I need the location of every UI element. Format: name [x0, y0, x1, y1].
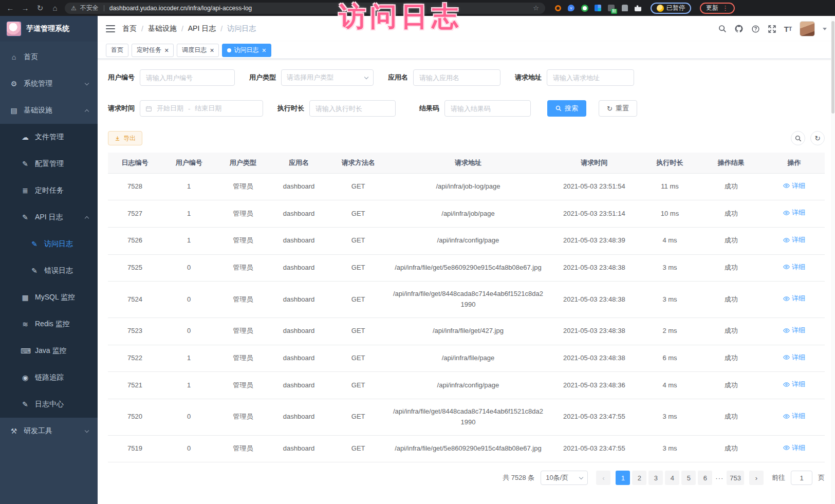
sidebar-item-label: 访问日志: [44, 239, 73, 249]
extension-icon-blue[interactable]: v: [567, 4, 575, 12]
sidebar-item-14[interactable]: ⚒研发工具: [0, 418, 98, 444]
detail-link[interactable]: 详细: [783, 352, 805, 363]
detail-link[interactable]: 详细: [783, 443, 805, 454]
page-number-4[interactable]: 4: [665, 471, 679, 485]
url-text[interactable]: dashboard.yudao.iocoder.cn/infra/log/api…: [109, 5, 530, 12]
end-date-placeholder[interactable]: 结束日期: [195, 104, 221, 113]
detail-link[interactable]: 详细: [783, 411, 805, 422]
cell-result: 成功: [699, 200, 764, 228]
sidebar: 芋道管理系统 ⌂首页⚙系统管理▤基础设施☁文件管理✎配置管理≣定时任务✎API …: [0, 16, 98, 504]
detail-link[interactable]: 详细: [783, 181, 805, 192]
cell-action: 详细: [764, 200, 825, 228]
more-pages-icon[interactable]: ···: [713, 474, 726, 482]
toggle-search-button[interactable]: [791, 131, 805, 145]
profile-paused-badge[interactable]: 已暂停: [651, 3, 691, 14]
page-size-select[interactable]: 10条/页: [541, 471, 588, 485]
app-name-input[interactable]: [413, 69, 500, 86]
export-button[interactable]: 导出: [108, 131, 142, 145]
sidebar-item-12[interactable]: ◉链路追踪: [0, 364, 98, 391]
extensions-puzzle-icon[interactable]: [634, 4, 642, 12]
user-id-input[interactable]: [140, 69, 235, 86]
goto-page-input[interactable]: [791, 471, 812, 485]
translate-extension-icon[interactable]: 翻: [607, 4, 615, 12]
sidebar-item-label: 日志中心: [35, 400, 64, 409]
next-page-button[interactable]: ›: [749, 471, 764, 485]
update-button[interactable]: 更新 ⋮: [700, 3, 735, 14]
help-icon[interactable]: [751, 25, 760, 33]
table-row: 75240管理员dashboardGET/api/infra/file/get/…: [108, 282, 825, 318]
page-number-2[interactable]: 2: [632, 471, 646, 485]
bookmark-star-icon[interactable]: ☆: [533, 4, 539, 12]
detail-link[interactable]: 详细: [783, 235, 805, 246]
reload-icon[interactable]: ↻: [35, 4, 45, 13]
sidebar-item-11[interactable]: ⌨Java 监控: [0, 338, 98, 364]
search-button[interactable]: 搜索: [547, 100, 586, 117]
extension-icon-grey[interactable]: [621, 4, 628, 12]
sidebar-item-6[interactable]: ✎API 日志: [0, 204, 98, 231]
sidebar-item-13[interactable]: ✎日志中心: [0, 391, 98, 418]
sidebar-item-2[interactable]: ▤基础设施: [0, 97, 98, 124]
cell-request-time: 2021-05-03 23:48:38: [547, 282, 641, 318]
page-number-3[interactable]: 3: [648, 471, 663, 485]
sidebar-item-label: Redis 监控: [35, 320, 70, 329]
page-number-6[interactable]: 6: [698, 471, 712, 485]
cell-duration: 3 ms: [641, 254, 698, 282]
tag-tab-1[interactable]: 定时任务×: [132, 44, 174, 57]
sidebar-item-5[interactable]: ≣定时任务: [0, 177, 98, 204]
browser-menu-icon[interactable]: ⋮: [722, 4, 729, 12]
detail-link[interactable]: 详细: [783, 325, 805, 336]
tag-tab-0[interactable]: 首页: [106, 44, 128, 57]
breadcrumb-item[interactable]: 首页: [122, 24, 137, 33]
page-number-753[interactable]: 753: [727, 471, 744, 485]
back-icon[interactable]: ←: [5, 4, 15, 12]
avatar-caret-down-icon[interactable]: [823, 28, 827, 30]
user-type-select[interactable]: 请选择用户类型: [281, 69, 374, 86]
github-icon[interactable]: [734, 24, 744, 33]
fullscreen-icon[interactable]: [768, 25, 776, 33]
duration-input[interactable]: [309, 100, 396, 117]
close-icon[interactable]: ×: [262, 47, 266, 54]
detail-link[interactable]: 详细: [783, 293, 805, 304]
sidebar-item-0[interactable]: ⌂首页: [0, 44, 98, 70]
address-bar[interactable]: ⚠ 不安全 dashboard.yudao.iocoder.cn/infra/l…: [65, 3, 545, 14]
scrollbar[interactable]: [831, 16, 835, 504]
detail-link[interactable]: 详细: [783, 379, 805, 390]
sidebar-item-7[interactable]: ✎访问日志: [0, 231, 98, 257]
detail-link[interactable]: 详细: [783, 262, 805, 273]
request-url-input[interactable]: [547, 69, 634, 86]
column-header: 用户类型: [216, 153, 270, 173]
result-code-input[interactable]: [444, 100, 531, 117]
reset-button[interactable]: ↻ 重置: [599, 100, 637, 117]
sidebar-item-4[interactable]: ✎配置管理: [0, 151, 98, 177]
scrollbar-thumb[interactable]: [831, 21, 834, 114]
extension-icon-green[interactable]: [581, 4, 588, 12]
tag-tab-3[interactable]: 访问日志×: [222, 44, 271, 57]
request-time-range-picker[interactable]: 开始日期 - 结束日期: [140, 100, 263, 117]
sidebar-item-9[interactable]: ▦MySQL 监控: [0, 284, 98, 311]
tag-tab-2[interactable]: 调度日志×: [177, 44, 219, 57]
page-number-1[interactable]: 1: [616, 471, 630, 485]
sidebar-item-1[interactable]: ⚙系统管理: [0, 70, 98, 97]
close-icon[interactable]: ×: [164, 47, 169, 54]
detail-link[interactable]: 详细: [783, 208, 805, 218]
refresh-table-button[interactable]: ↻: [810, 131, 825, 145]
cell-user-type: 管理员: [216, 345, 270, 372]
sidebar-item-8[interactable]: ✎错误日志: [0, 257, 98, 284]
start-date-placeholder[interactable]: 开始日期: [157, 104, 183, 113]
prev-page-button[interactable]: ‹: [596, 471, 610, 485]
cell-duration: 3 ms: [641, 399, 698, 435]
font-size-icon[interactable]: TT: [784, 25, 792, 33]
user-avatar[interactable]: [800, 21, 815, 36]
sidebar-item-3[interactable]: ☁文件管理: [0, 124, 98, 151]
close-icon[interactable]: ×: [210, 47, 214, 54]
sidebar-item-10[interactable]: ≋Redis 监控: [0, 311, 98, 338]
browser-home-icon[interactable]: ⌂: [50, 4, 60, 12]
header-search-icon[interactable]: [718, 25, 727, 33]
page-number-5[interactable]: 5: [681, 471, 696, 485]
hamburger-icon[interactable]: [106, 25, 115, 32]
breadcrumb-item[interactable]: 基础设施: [148, 24, 177, 33]
breadcrumb-item[interactable]: API 日志: [188, 24, 216, 33]
extension-icon-ring[interactable]: [554, 4, 562, 12]
extension-icon-cluster[interactable]: [594, 4, 602, 12]
forward-icon[interactable]: →: [20, 4, 30, 12]
